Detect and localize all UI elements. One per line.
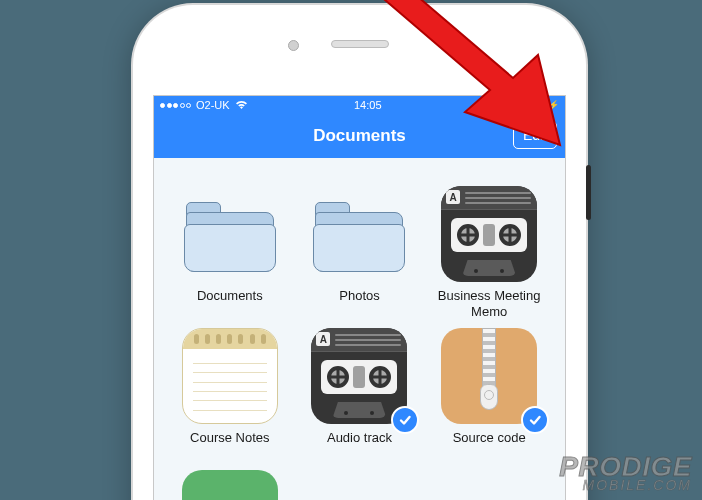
file-label: Business Meeting Memo — [427, 288, 551, 320]
status-left: O2-UK — [160, 99, 248, 111]
file-label: Source code — [453, 430, 526, 462]
file-item-audio-track[interactable]: A Audio track — [298, 328, 422, 462]
file-label: Course Notes — [190, 430, 269, 462]
annotation-arrow-icon — [370, 0, 580, 160]
selected-check-icon — [391, 406, 419, 434]
file-grid: Documents Photos A — [154, 158, 565, 500]
zip-icon — [441, 328, 537, 424]
cassette-side-label: A — [316, 332, 330, 346]
file-item-partial[interactable] — [168, 470, 292, 500]
cassette-side-label: A — [446, 190, 460, 204]
file-label: Audio track — [327, 430, 392, 462]
file-label: Photos — [339, 288, 379, 320]
front-camera — [288, 40, 299, 51]
carrier-label: O2-UK — [196, 99, 230, 111]
notes-icon — [182, 328, 278, 424]
cassette-icon: A — [441, 186, 537, 282]
folder-icon — [182, 186, 278, 282]
selected-check-icon — [521, 406, 549, 434]
folder-icon — [311, 186, 407, 282]
file-item-documents[interactable]: Documents — [168, 186, 292, 320]
watermark-main: PRODIGE — [559, 454, 692, 479]
cassette-icon: A — [311, 328, 407, 424]
file-label: Documents — [197, 288, 263, 320]
signal-dots-icon — [160, 103, 191, 108]
side-button — [586, 165, 591, 220]
wifi-icon — [235, 100, 248, 110]
watermark: PRODIGE MOBILE.COM — [559, 454, 692, 492]
app-icon — [182, 470, 278, 500]
file-item-business-meeting[interactable]: A Business Meeting Memo — [427, 186, 551, 320]
file-item-course-notes[interactable]: Course Notes — [168, 328, 292, 462]
file-item-photos[interactable]: Photos — [298, 186, 422, 320]
file-item-source-code[interactable]: Source code — [427, 328, 551, 462]
